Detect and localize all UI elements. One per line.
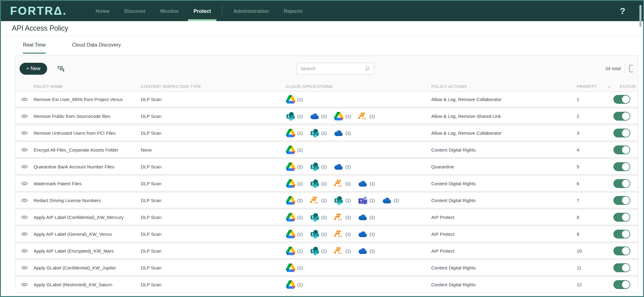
view-policy-eye-icon[interactable] — [20, 281, 29, 288]
total-count-label: 34 total — [605, 66, 621, 71]
inspection-type: DLP Scan — [141, 282, 286, 287]
sort-ascending-icon[interactable]: ▲ — [608, 85, 611, 88]
header-cloud-applications[interactable]: CLOUD APPLICATIONS — [286, 84, 431, 89]
policy-name[interactable]: Quarantine Bank Account Number Files — [34, 164, 141, 169]
cloud-app-google-drive: (1) — [286, 246, 303, 255]
sharepoint-icon — [310, 179, 320, 188]
search-icon[interactable] — [365, 66, 370, 72]
policy-name[interactable]: Remove Untrusted Users from PCI Files — [34, 130, 141, 136]
view-policy-eye-icon[interactable] — [20, 248, 29, 254]
policy-name[interactable]: Apply AIP Label (Encrypted)_KW_Mars — [34, 248, 141, 254]
view-policy-eye-icon[interactable] — [20, 96, 29, 103]
policy-name[interactable]: Apply GLabel (Confidential)_KW_Jupiter — [34, 265, 141, 270]
table-row: Remove Public from Sourcecode files DLP … — [15, 109, 638, 124]
policy-name[interactable]: Apply AIP Label (Confidential)_KW_Mercur… — [34, 215, 141, 220]
scrollbar-thumb[interactable] — [639, 5, 642, 27]
inspection-type: DLP Scan — [141, 215, 286, 220]
view-policy-eye-icon[interactable] — [20, 180, 29, 187]
status-toggle[interactable] — [613, 263, 630, 272]
cloud-app-onedrive: (1) — [334, 129, 351, 137]
sharepoint-icon — [310, 230, 320, 239]
policy-name[interactable]: Remove Public from Sourcecode files — [34, 114, 141, 119]
policy-name[interactable]: Apply AIP Label (General)_KW_Venus — [34, 231, 141, 237]
cloud-app-google-drive: (1) — [286, 213, 303, 222]
nav-items: HomeDiscoverMonitorProtectAdministration… — [88, 1, 310, 21]
column-settings-icon[interactable] — [629, 65, 633, 72]
policy-name[interactable]: Apply GLabel (Restricted)_KW_Saturn — [34, 282, 141, 287]
header-policy-name[interactable]: POLICY NAME — [34, 84, 141, 89]
toggle-knob — [622, 146, 630, 154]
table-row: Apply AIP Label (General)_KW_Venus DLP S… — [15, 227, 638, 242]
nav-item-administration[interactable]: Administration — [226, 1, 276, 21]
app-instance-count: (1) — [321, 114, 327, 119]
app-instance-count: (1) — [297, 232, 303, 237]
status-toggle[interactable] — [613, 230, 630, 239]
app-instance-count: (1) — [297, 215, 303, 220]
status-toggle[interactable] — [613, 145, 630, 154]
view-policy-eye-icon[interactable] — [20, 231, 29, 238]
status-toggle[interactable] — [613, 129, 630, 137]
status-toggle[interactable] — [613, 213, 630, 222]
view-policy-eye-icon[interactable] — [20, 214, 29, 221]
nav-item-protect[interactable]: Protect — [186, 1, 218, 21]
sharepoint-icon — [286, 112, 295, 121]
google-drive-icon — [286, 129, 295, 137]
tab-cloud-data-discovery[interactable]: Cloud Data Discovery — [72, 42, 121, 54]
policy-actions: AIP Protect — [431, 215, 577, 220]
view-policy-eye-icon[interactable] — [20, 197, 29, 204]
status-toggle[interactable] — [613, 162, 630, 171]
priority-value: 7 — [577, 198, 613, 203]
fortra-logo: FORTRΔ. — [10, 1, 67, 21]
google-drive-icon — [286, 95, 295, 104]
policy-name[interactable]: Remove Ext User_MRN from Project Venus — [34, 97, 141, 102]
view-policy-eye-icon[interactable] — [20, 130, 29, 137]
toggle-knob — [622, 163, 630, 171]
app-instance-count: (1) — [297, 131, 303, 136]
tab-real-time[interactable]: Real Time — [23, 42, 46, 54]
status-toggle[interactable] — [613, 246, 630, 255]
status-toggle[interactable] — [613, 95, 630, 104]
policy-name[interactable]: Watermark Patent Files — [34, 181, 141, 186]
amazon-s3-icon — [334, 213, 343, 222]
policy-actions: Content Digital Rights — [431, 147, 577, 152]
inspection-type: DLP Scan — [141, 248, 286, 254]
google-drive-icon — [286, 145, 295, 154]
cloud-apps: (2)(1)(1)(1)(1) — [286, 196, 431, 205]
status-toggle[interactable] — [613, 112, 630, 121]
policy-actions: Content Digital Rights — [431, 282, 577, 287]
nav-item-home[interactable]: Home — [88, 1, 117, 21]
status-toggle[interactable] — [613, 280, 630, 289]
inspection-type: DLP Scan — [141, 181, 286, 186]
cloud-app-amazon-s3: (1) — [358, 112, 375, 121]
view-policy-eye-icon[interactable] — [20, 147, 29, 153]
view-policy-eye-icon[interactable] — [20, 113, 29, 120]
cloud-app-onedrive: (1) — [334, 162, 351, 171]
status-toggle[interactable] — [613, 179, 630, 188]
google-drive-icon — [286, 230, 295, 239]
toggle-knob — [622, 213, 630, 221]
inspection-type: DLP Scan — [141, 265, 286, 270]
nav-item-reports[interactable]: Reports — [276, 1, 310, 21]
sharepoint-icon — [310, 162, 320, 171]
cloud-app-onedrive: (1) — [358, 179, 375, 188]
search-input[interactable] — [297, 66, 365, 71]
header-status[interactable]: STATUS — [613, 84, 638, 89]
view-policy-eye-icon[interactable] — [20, 265, 29, 271]
nav-item-discover[interactable]: Discover — [117, 1, 153, 21]
view-policy-eye-icon[interactable] — [20, 164, 29, 170]
sharepoint-icon — [310, 129, 320, 137]
policy-actions: Allow & Log, Remove Collaborator — [431, 130, 577, 136]
policy-name[interactable]: Redact Driving License Numbers — [34, 198, 141, 203]
header-priority[interactable]: PRIORITY ▲ — [577, 84, 613, 89]
app-instance-count: (2) — [297, 164, 303, 169]
nav-item-monitor[interactable]: Monitor — [153, 1, 186, 21]
help-icon[interactable]: ? — [620, 1, 625, 21]
new-policy-button[interactable]: + New — [20, 63, 47, 75]
header-content-inspection-type[interactable]: CONTENT INSPECTION TYPE — [141, 84, 286, 89]
policy-name[interactable]: Encrypt All Files_Corporate Assets Folde… — [34, 147, 141, 152]
header-policy-actions[interactable]: POLICY ACTIONS — [431, 84, 577, 89]
reorder-priority-icon[interactable] — [56, 63, 66, 74]
toolbar-divider — [625, 64, 625, 73]
cloud-app-sharepoint: (1) — [310, 129, 327, 137]
status-toggle[interactable] — [613, 196, 630, 205]
